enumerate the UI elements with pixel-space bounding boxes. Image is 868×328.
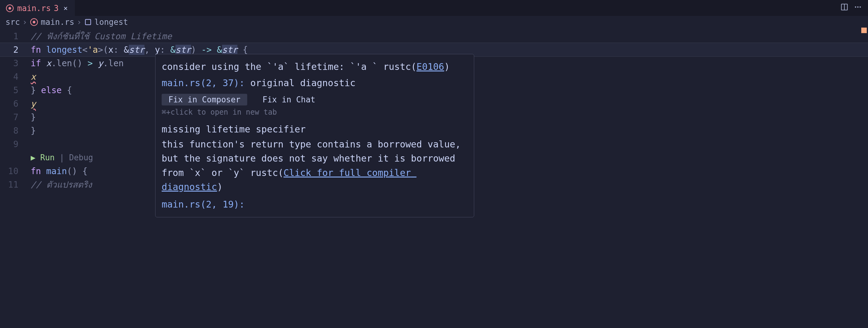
code-content: fn longest<'a>(x: &str, y: &str) -> &str…	[31, 45, 248, 55]
diagnostic-hover: consider using the `'a` lifetime: `'a ` …	[155, 54, 474, 217]
breadcrumb-symbol[interactable]: longest	[84, 18, 128, 27]
line-number: 3	[0, 58, 31, 68]
comment: // ฟังก์ชันที่ใช้ Custom Lifetime	[31, 29, 172, 43]
breadcrumb-symbol-label: longest	[94, 18, 128, 27]
svg-point-8	[32, 21, 35, 24]
line-number: 4	[0, 72, 31, 82]
line-number: 6	[0, 99, 31, 109]
breadcrumb: src › main.rs › longest	[0, 16, 868, 28]
code-content: fn main() {	[31, 166, 87, 176]
diagnostic-related-location[interactable]: main.rs(2, 19):	[162, 197, 468, 212]
diagnostic-suggestion: consider using the `'a` lifetime: `'a ` …	[162, 60, 468, 74]
svg-point-5	[857, 6, 859, 7]
more-actions-icon[interactable]	[854, 3, 862, 13]
diagnostic-body: missing lifetime specifierthis function'…	[162, 122, 468, 194]
line-number: 8	[0, 126, 31, 136]
debug-codelens[interactable]: Debug	[69, 153, 93, 162]
line-number: 11	[0, 179, 31, 190]
diagnostic-location: main.rs(2, 37): original diagnostic	[162, 76, 468, 91]
code-lens: ▶ Run | Debug	[31, 153, 93, 162]
editor-actions	[840, 3, 868, 13]
diagnostic-location-link[interactable]: main.rs(2, 37):	[162, 77, 250, 88]
line-number: 9	[0, 139, 31, 149]
fix-in-composer-button[interactable]: Fix in Composer	[162, 94, 247, 105]
code-content: x	[31, 72, 36, 82]
diagnostic-actions: Fix in Composer Fix in Chat	[162, 94, 468, 105]
rust-icon	[5, 4, 14, 12]
tab-main-rs[interactable]: main.rs 3 ✕	[0, 0, 75, 16]
breadcrumb-file[interactable]: main.rs	[30, 18, 74, 27]
line-number: 1	[0, 31, 31, 41]
code-content: }	[31, 112, 36, 122]
line-number: 7	[0, 112, 31, 122]
tab-problems-count: 3	[54, 4, 59, 13]
code-content: // ตัวแปรสตริง	[31, 178, 92, 191]
code-content: } else {	[31, 85, 72, 95]
fix-in-chat-button[interactable]: Fix in Chat	[256, 94, 322, 105]
run-codelens[interactable]: ▶ Run	[31, 153, 55, 162]
rust-icon	[30, 18, 38, 26]
line-number: 5	[0, 85, 31, 95]
breadcrumb-file-label: main.rs	[41, 18, 74, 27]
svg-point-1	[8, 7, 11, 9]
code-content: y	[31, 99, 36, 109]
line-number: 2	[0, 45, 31, 55]
breadcrumb-src[interactable]: src	[5, 18, 20, 27]
split-editor-icon[interactable]	[840, 3, 848, 13]
tab-group: main.rs 3 ✕	[0, 0, 75, 16]
diagnostic-hint: ⌘+click to open in new tab	[162, 107, 468, 118]
code-content: if x.len() > y.len	[31, 58, 124, 68]
error-code-link[interactable]: E0106	[416, 61, 444, 72]
line-number: 10	[0, 166, 31, 176]
function-symbol-icon	[84, 18, 92, 26]
tab-filename: main.rs	[17, 4, 51, 13]
chevron-right-icon: ›	[77, 18, 82, 27]
svg-rect-9	[85, 19, 91, 25]
code-content: }	[31, 126, 36, 136]
tab-bar: main.rs 3 ✕	[0, 0, 868, 16]
close-icon[interactable]: ✕	[62, 4, 69, 12]
svg-point-6	[860, 6, 861, 7]
svg-point-4	[855, 6, 856, 7]
code-line: 1 // ฟังก์ชันที่ใช้ Custom Lifetime	[0, 29, 868, 43]
chevron-right-icon: ›	[22, 18, 27, 27]
